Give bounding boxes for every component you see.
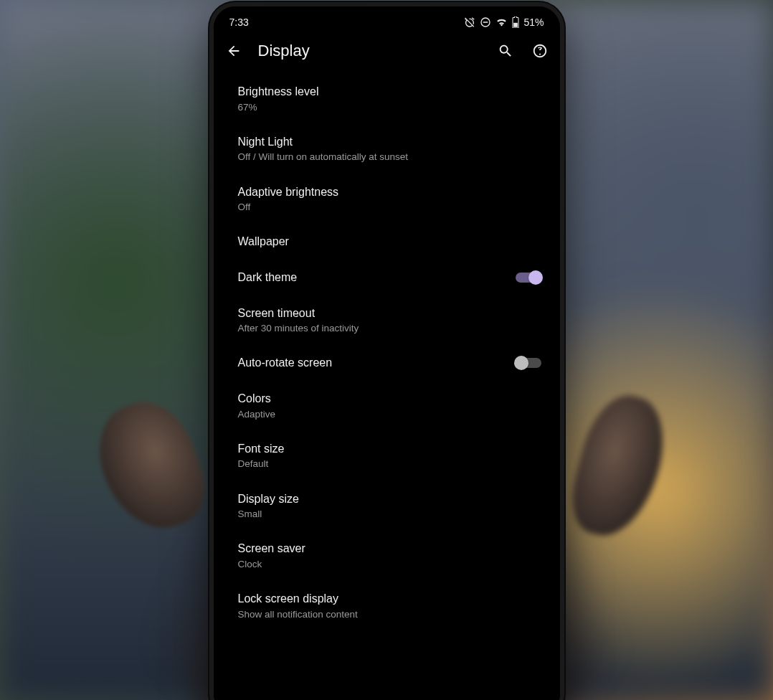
setting-text: Lock screen displayShow all notification…: [238, 591, 546, 621]
wifi-icon: [495, 17, 508, 27]
toggle-knob: [528, 270, 543, 285]
phone-screen: 7:33 51% Display Brightness level67%Nigh…: [214, 6, 560, 700]
toggle-switch[interactable]: [516, 273, 541, 283]
battery-percent: 51%: [523, 16, 544, 28]
setting-title: Screen saver: [238, 541, 546, 557]
status-time: 7:33: [229, 16, 249, 28]
setting-title: Display size: [238, 491, 546, 507]
help-button[interactable]: [530, 41, 550, 61]
setting-subtitle: Adaptive: [238, 408, 546, 421]
setting-text: Brightness level67%: [238, 84, 546, 114]
setting-text: Night LightOff / Will turn on automatica…: [238, 134, 546, 164]
setting-text: Adaptive brightnessOff: [238, 184, 546, 214]
status-icons: 51%: [464, 16, 544, 28]
setting-text: Wallpaper: [238, 234, 546, 250]
setting-title: Lock screen display: [238, 591, 546, 607]
setting-item[interactable]: Dark theme: [238, 260, 560, 295]
setting-item[interactable]: Brightness level67%: [238, 74, 560, 124]
setting-title: Dark theme: [238, 270, 516, 285]
search-icon: [498, 43, 513, 59]
setting-item[interactable]: Auto-rotate screen: [238, 345, 560, 381]
setting-title: Brightness level: [238, 84, 546, 100]
setting-text: Screen timeoutAfter 30 minutes of inacti…: [238, 306, 546, 336]
alarm-off-icon: [464, 16, 475, 28]
arrow-back-icon: [226, 43, 242, 59]
toggle-knob: [514, 356, 528, 370]
setting-item[interactable]: Font sizeDefault: [238, 431, 560, 481]
search-button[interactable]: [495, 41, 516, 61]
setting-text: Auto-rotate screen: [238, 355, 516, 371]
setting-item[interactable]: Adaptive brightnessOff: [238, 174, 560, 224]
setting-item[interactable]: Screen saverClock: [238, 531, 560, 581]
setting-item[interactable]: Wallpaper: [238, 224, 560, 260]
battery-icon: [512, 16, 519, 28]
setting-text: Display sizeSmall: [238, 491, 546, 521]
setting-text: Dark theme: [238, 270, 516, 285]
setting-title: Adaptive brightness: [238, 184, 546, 200]
setting-subtitle: Default: [238, 458, 546, 470]
setting-title: Colors: [238, 391, 546, 407]
setting-subtitle: 67%: [238, 101, 546, 114]
setting-item[interactable]: Screen timeoutAfter 30 minutes of inacti…: [238, 295, 560, 346]
back-button[interactable]: [224, 41, 244, 61]
setting-subtitle: Off: [238, 201, 546, 214]
setting-text: Screen saverClock: [238, 541, 546, 571]
setting-item[interactable]: ColorsAdaptive: [238, 381, 560, 431]
settings-list[interactable]: Brightness level67%Night LightOff / Will…: [214, 71, 560, 700]
phone-frame: 7:33 51% Display Brightness level67%Nigh…: [209, 2, 564, 700]
setting-title: Screen timeout: [238, 306, 546, 321]
setting-text: ColorsAdaptive: [238, 391, 546, 421]
setting-item[interactable]: Display sizeSmall: [238, 481, 560, 531]
setting-subtitle: Clock: [238, 558, 546, 571]
setting-item[interactable]: Lock screen displayShow all notification…: [238, 581, 560, 631]
setting-text: Font sizeDefault: [238, 441, 546, 471]
setting-title: Wallpaper: [238, 234, 546, 250]
setting-subtitle: Show all notification content: [238, 608, 546, 621]
svg-rect-2: [514, 23, 518, 27]
status-bar: 7:33 51%: [214, 6, 560, 34]
page-title: Display: [258, 42, 481, 60]
setting-item[interactable]: Night LightOff / Will turn on automatica…: [238, 124, 560, 174]
setting-title: Font size: [238, 441, 546, 457]
setting-subtitle: Small: [238, 508, 546, 521]
setting-subtitle: Off / Will turn on automatically at suns…: [238, 151, 546, 164]
help-icon: [532, 43, 548, 59]
toggle-switch[interactable]: [516, 358, 541, 368]
dnd-icon: [480, 16, 491, 28]
app-bar: Display: [214, 34, 560, 71]
setting-subtitle: After 30 minutes of inactivity: [238, 322, 546, 335]
setting-title: Night Light: [238, 134, 546, 150]
setting-title: Auto-rotate screen: [238, 355, 516, 371]
